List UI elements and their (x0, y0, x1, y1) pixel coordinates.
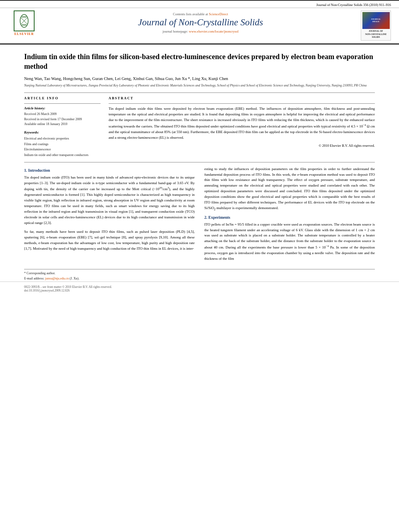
abstract-heading: ABSTRACT (109, 96, 375, 100)
email-link[interactable]: junxu@nju.edu.cn (45, 277, 69, 280)
article-info-column: ARTICLE INFO Article history: Received 2… (24, 96, 101, 158)
revised-date: Received in revised form 17 December 200… (24, 117, 101, 122)
article-title: Indium tin oxide thin films for silicon-… (24, 52, 375, 72)
section1-para-right: esting to study the influences of deposi… (204, 166, 375, 212)
online-date: Available online 18 January 2010 (24, 122, 101, 127)
received-date: Received 26 March 2009 (24, 112, 101, 117)
elsevier-label: ELSEVIER (14, 32, 34, 36)
logo-text: JOURNAL OFNON-CRYSTALLINESOLIDS (365, 30, 387, 39)
homepage-link[interactable]: www.elsevier.com/locate/jnoncrysol (189, 29, 239, 33)
abstract-column: ABSTRACT Tin doped indium oxide thin fil… (109, 96, 375, 158)
elsevier-logo: ELSEVIER (8, 10, 40, 41)
svg-rect-3 (22, 16, 27, 18)
bottom-info: 0022-3093/$ – see front matter © 2010 El… (0, 281, 399, 294)
sciencedirect-label: Contents lists available at ScienceDirec… (44, 12, 357, 16)
sciencedirect-link[interactable]: ScienceDirect (209, 12, 228, 16)
affiliations: Nanjing National Laboratory of Microstru… (24, 83, 375, 88)
section1-title: 1. Introduction (24, 168, 195, 173)
body-right-column: esting to study the influences of deposi… (204, 166, 375, 265)
keyword4: Indium tin oxide and other transparent c… (24, 152, 101, 158)
homepage-label: journal homepage: www.elsevier.com/locat… (44, 29, 357, 33)
copyright: © 2010 Elsevier B.V. All rights reserved… (109, 144, 375, 148)
section2-para: ITO pellets of In/Sn = 95/5 filled in a … (204, 222, 375, 262)
keywords-label: Keywords: (24, 130, 101, 134)
journal-logo-image: JOURNALIMAGE (362, 12, 390, 29)
doi-line: doi:10.1016/j.jnoncrysol.2009.12.026 (24, 289, 375, 292)
authors: Neng Wan, Tao Wang, Hongcheng Sun, Guran… (24, 76, 375, 81)
article-history-label: Article history: (24, 106, 101, 110)
body-left-column: 1. Introduction Tin doped indium oxide (… (24, 166, 195, 265)
journal-logo-box: JOURNALIMAGE JOURNAL OFNON-CRYSTALLINESO… (361, 10, 391, 41)
article-info-heading: ARTICLE INFO (24, 96, 101, 100)
section1-para1: Tin doped indium oxide (ITO) has been us… (24, 175, 195, 226)
keyword2: Films and coatings (24, 142, 101, 147)
keyword1: Electrical and electronic properties (24, 136, 101, 142)
journal-meta: Journal of Non-Crystalline Solids 356 (2… (8, 3, 391, 8)
keyword3: Electroluminescence (24, 147, 101, 152)
issn-line: 0022-3093/$ – see front matter © 2010 El… (24, 285, 375, 289)
footnote-corresponding: * Corresponding author. (24, 271, 375, 276)
page: Journal of Non-Crystalline Solids 356 (2… (0, 0, 399, 294)
elsevier-icon (15, 12, 33, 30)
journal-title-display: Journal of Non-Crystalline Solids (44, 17, 357, 28)
section2-title: 2. Experiments (204, 215, 375, 220)
abstract-text: Tin doped indium oxide thin films were d… (109, 106, 375, 141)
section1-para2: So far, many methods have been used to d… (24, 229, 195, 252)
footnote-email: E-mail address: junxu@nju.edu.cn (J. Xu)… (24, 276, 375, 281)
svg-rect-4 (22, 24, 27, 26)
